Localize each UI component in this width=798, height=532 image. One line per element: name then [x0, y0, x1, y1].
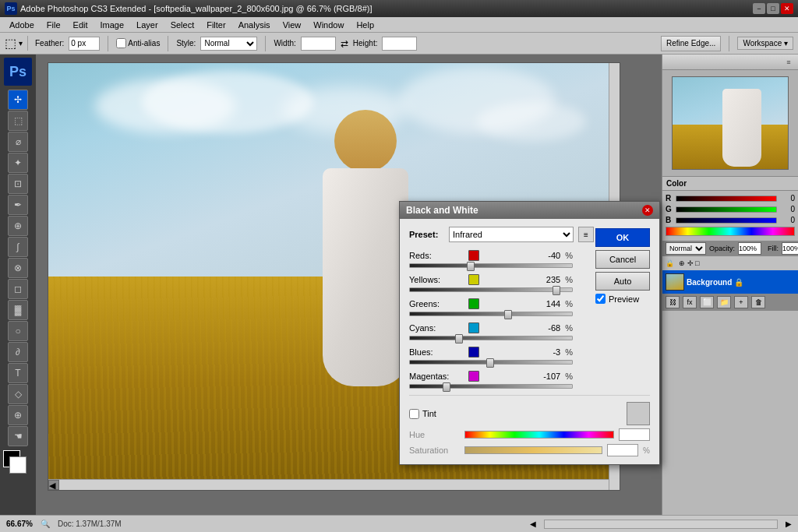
hue-field-row: Hue: [409, 428, 650, 441]
menu-select[interactable]: Select: [164, 19, 201, 31]
close-button[interactable]: ✕: [781, 3, 793, 14]
hand-tool[interactable]: ☚: [8, 426, 28, 446]
menu-analysis[interactable]: Analysis: [232, 19, 277, 31]
timeline-left-arrow[interactable]: ◀: [530, 520, 536, 528]
selection-dropdown-icon[interactable]: ▾: [19, 39, 23, 48]
tint-checkbox-row: Tint: [409, 402, 650, 425]
blend-mode-select[interactable]: Normal: [666, 242, 706, 255]
blue-label: B: [666, 216, 673, 224]
background-color[interactable]: [9, 456, 26, 474]
workspace-label[interactable]: Workspace ▾: [737, 37, 793, 50]
selection-tool-icon[interactable]: ⬚: [5, 36, 16, 51]
menu-layer[interactable]: Layer: [130, 19, 164, 31]
new-layer-button[interactable]: +: [734, 296, 748, 308]
width-input[interactable]: [301, 37, 336, 51]
panel-options-button[interactable]: ≡: [782, 56, 795, 69]
greens-thumb[interactable]: [504, 310, 512, 319]
cyans-thumb[interactable]: [455, 334, 463, 344]
yellows-track[interactable]: [409, 287, 573, 292]
yellows-label: Yellows:: [409, 275, 464, 284]
clone-tool[interactable]: ⊗: [8, 258, 28, 278]
menu-edit[interactable]: Edit: [67, 19, 94, 31]
layer-group-button[interactable]: 📁: [717, 296, 731, 308]
opacity-label: Opacity:: [709, 245, 735, 252]
blue-channel-bar: [676, 217, 777, 224]
layers-panel: Normal Opacity: Fill: 🔒 ⊕ ✢ □ Background…: [662, 241, 798, 515]
dialog-close-button[interactable]: ✕: [642, 205, 653, 216]
saturation-input[interactable]: [607, 444, 638, 456]
antialias-checkbox[interactable]: [116, 38, 126, 48]
height-input[interactable]: [382, 37, 417, 51]
menu-filter[interactable]: Filter: [200, 19, 231, 31]
width-swap-icon[interactable]: ⇄: [341, 38, 348, 49]
preset-options-button[interactable]: ≡: [578, 227, 594, 242]
magic-wand-tool[interactable]: ✦: [8, 153, 28, 173]
yellows-thumb[interactable]: [553, 286, 560, 295]
greens-track[interactable]: [409, 312, 573, 316]
timeline-right-arrow[interactable]: ▶: [786, 520, 792, 528]
preview-checkbox[interactable]: [595, 294, 606, 304]
layer-link-button[interactable]: ⛓: [666, 296, 680, 308]
layer-mask-button[interactable]: ⬜: [700, 296, 714, 308]
delete-layer-button[interactable]: 🗑: [751, 296, 765, 308]
blues-unit: %: [565, 347, 573, 357]
cancel-button[interactable]: Cancel: [595, 250, 650, 269]
opacity-input[interactable]: [738, 242, 761, 255]
tint-checkbox[interactable]: [409, 409, 419, 419]
blues-thumb[interactable]: [486, 358, 494, 368]
rectangular-marquee-tool[interactable]: ⬚: [8, 111, 28, 131]
magentas-track[interactable]: [409, 384, 573, 389]
timeline-bar: [544, 520, 778, 529]
lasso-tool[interactable]: ⌀: [8, 132, 28, 152]
fill-input[interactable]: [782, 242, 798, 255]
brush-tool[interactable]: ∫: [8, 237, 28, 257]
cyans-track[interactable]: [409, 336, 573, 340]
layer-name: Background: [687, 278, 732, 287]
ok-button[interactable]: OK: [595, 228, 650, 247]
blues-track[interactable]: [409, 360, 573, 365]
eraser-tool[interactable]: ◻: [8, 279, 28, 299]
background-layer[interactable]: Background 🔒: [662, 270, 798, 294]
preset-select[interactable]: Infrared Default Blue Filter: [449, 227, 574, 242]
refine-edge-button[interactable]: Refine Edge...: [661, 36, 721, 51]
healing-tool[interactable]: ⊕: [8, 216, 28, 236]
menu-window[interactable]: Window: [307, 19, 350, 31]
red-value: 0: [779, 194, 795, 203]
feather-input[interactable]: [69, 37, 100, 51]
green-channel-bar: [676, 206, 777, 213]
reds-thumb[interactable]: [467, 262, 475, 271]
move-tool[interactable]: ✢: [8, 90, 28, 110]
panel-header: ≡: [662, 55, 798, 70]
gradient-tool[interactable]: ▓: [8, 300, 28, 320]
saturation-label: Saturation: [409, 446, 460, 455]
lock-label: 🔒: [666, 259, 674, 267]
shape-tool[interactable]: ◇: [8, 384, 28, 404]
reds-track[interactable]: [409, 263, 573, 268]
layer-fx-button[interactable]: fx: [683, 296, 697, 308]
menu-view[interactable]: View: [277, 19, 308, 31]
preview-label: Preview: [609, 294, 639, 304]
maximize-button[interactable]: □: [767, 3, 779, 14]
eyedropper-tool[interactable]: ✒: [8, 195, 28, 215]
toolbar-separator-2: [168, 36, 168, 51]
magentas-color-dot: [468, 371, 479, 382]
green-value: 0: [779, 205, 795, 213]
menu-file[interactable]: File: [41, 19, 67, 31]
crop-tool[interactable]: ⊡: [8, 174, 28, 194]
minimize-button[interactable]: −: [753, 3, 765, 14]
style-select[interactable]: Normal Fixed Ratio Fixed Size: [200, 37, 257, 51]
canvas-scrollbar-horizontal[interactable]: ◀: [48, 479, 609, 490]
tint-color-box[interactable]: [627, 402, 650, 425]
menu-help[interactable]: Help: [350, 19, 380, 31]
menu-adobe[interactable]: Adobe: [3, 19, 41, 31]
dodge-tool[interactable]: ○: [8, 321, 28, 341]
pen-tool[interactable]: ∂: [8, 342, 28, 362]
scrollbar-left-arrow[interactable]: ◀: [48, 480, 59, 490]
text-tool[interactable]: T: [8, 363, 28, 383]
preset-label: Preset:: [409, 230, 444, 239]
zoom-tool[interactable]: ⊕: [8, 405, 28, 425]
hue-input[interactable]: [619, 428, 650, 441]
magentas-thumb[interactable]: [443, 382, 450, 392]
auto-button[interactable]: Auto: [595, 272, 650, 291]
menu-image[interactable]: Image: [94, 19, 131, 31]
